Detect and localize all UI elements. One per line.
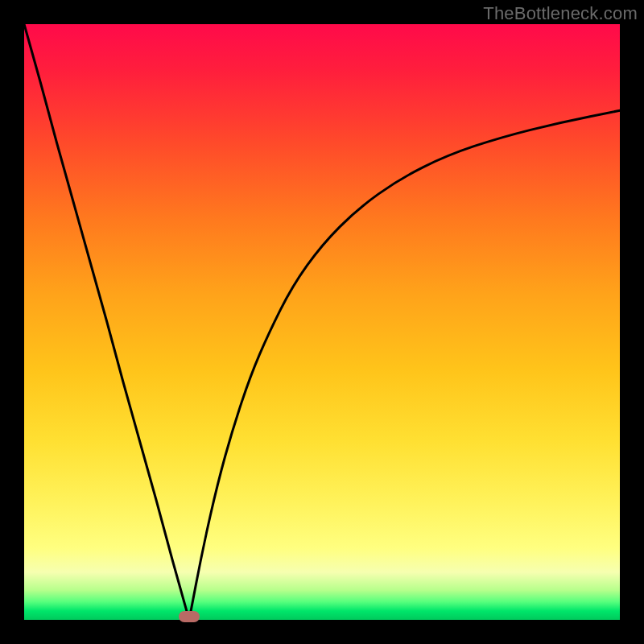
watermark-text: TheBottleneck.com — [483, 3, 638, 24]
chart-frame: TheBottleneck.com — [0, 0, 644, 644]
curve-path — [24, 24, 620, 620]
curve-svg — [24, 24, 620, 620]
plot-area — [24, 24, 620, 620]
bottleneck-marker — [179, 611, 200, 622]
